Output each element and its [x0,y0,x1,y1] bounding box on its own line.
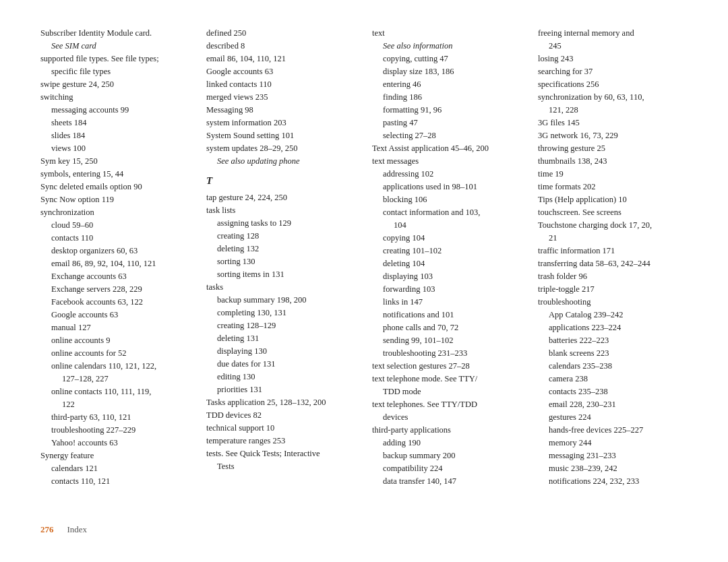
index-entry: third-party 63, 110, 121 [40,411,190,424]
index-entry: views 100 [40,142,190,155]
index-entry: messaging accounts 99 [40,104,190,117]
index-entry: displaying 130 [206,345,356,358]
index-entry: backup summary 198, 200 [206,294,356,307]
index-entry: trash folder 96 [538,270,688,283]
index-entry: text messages [372,155,522,168]
index-entry: sending 99, 101–102 [372,334,522,347]
index-entry: traffic information 171 [538,245,688,257]
index-entry: displaying 103 [372,270,522,283]
index-entry: task lists [206,204,356,217]
index-entry: email 86, 89, 92, 104, 110, 121 [40,257,190,270]
index-entry: temperature ranges 253 [206,435,356,447]
index-entry: third-party applications [372,424,522,437]
index-entry: text selection gestures 27–28 [372,360,522,373]
index-entry: blank screens 223 [538,347,688,360]
index-entry: online accounts 9 [40,334,190,347]
index-entry: creating 101–102 [372,245,522,257]
index-entry: System Sound setting 101 [206,129,356,142]
index-entry: Facebook accounts 63, 122 [40,296,190,309]
index-entry: selecting 27–28 [372,129,522,142]
index-entry: applications used in 98–101 [372,181,522,193]
index-entry: merged views 235 [206,91,356,104]
index-entry: calendars 235–238 [538,360,688,373]
index-entry: T [206,173,356,189]
index-entry: synchronization by 60, 63, 110, [538,91,688,104]
index-entry: compatibility 224 [372,462,522,475]
index-entry: copying, cutting 47 [372,53,522,65]
index-entry: symbols, entering 15, 44 [40,168,190,181]
index-entry: sorting 130 [206,255,356,268]
index-entry: triple-toggle 217 [538,283,688,296]
index-entry: described 8 [206,40,356,53]
index-entry: backup summary 200 [372,449,522,462]
index-entry: time formats 202 [538,181,688,193]
index-entry: contacts 235–238 [538,385,688,398]
index-entry: creating 128–129 [206,319,356,332]
index-entry: See also information [372,40,522,53]
index-columns: Subscriber Identity Module card.See SIM … [40,27,688,518]
index-entry: online calendars 110, 121, 122, [40,360,190,373]
index-entry: addressing 102 [372,168,522,181]
index-column-col3: textSee also informationcopying, cutting… [372,27,538,518]
index-entry: desktop organizers 60, 63 [40,245,190,257]
index-entry: 127–128, 227 [40,373,190,385]
index-entry: freeing internal memory and [538,27,688,40]
index-entry: sheets 184 [40,117,190,129]
index-entry: assigning tasks to 129 [206,217,356,230]
index-entry: formatting 91, 96 [372,104,522,117]
index-entry: 21 [538,232,688,245]
index-entry: tasks [206,281,356,294]
index-entry: editing 130 [206,371,356,383]
index-entry: manual 127 [40,321,190,334]
index-entry: adding 190 [372,437,522,449]
index-entry: memory 244 [538,437,688,449]
index-entry: troubleshooting 231–233 [372,347,522,360]
index-entry: camera 238 [538,373,688,385]
page-number: 276 [40,524,54,535]
index-entry: priorities 131 [206,383,356,396]
index-entry: text [372,27,522,40]
index-entry: batteries 222–223 [538,334,688,347]
index-entry: 3G files 145 [538,117,688,129]
index-column-col2: defined 250described 8email 86, 104, 110… [206,27,372,518]
index-entry: supported file types. See file types; [40,53,190,65]
index-entry: pasting 47 [372,117,522,129]
index-entry: tests. See Quick Tests; Interactive [206,447,356,460]
page: Subscriber Identity Module card.See SIM … [0,0,728,562]
index-entry: losing 243 [538,53,688,65]
index-entry: calendars 121 [40,462,190,475]
index-entry: deleting 131 [206,332,356,345]
index-entry: Tests [206,460,356,473]
index-entry: Synergy feature [40,449,190,462]
index-entry: deleting 104 [372,257,522,270]
index-entry: TDD mode [372,385,522,398]
index-entry: Exchange accounts 63 [40,270,190,283]
index-entry: specific file types [40,65,190,78]
index-entry: music 238–239, 242 [538,462,688,475]
index-entry: applications 223–224 [538,321,688,334]
footer-label: Index [67,524,88,535]
index-entry: messaging 231–233 [538,449,688,462]
index-entry: copying 104 [372,232,522,245]
index-entry: troubleshooting 227–229 [40,424,190,437]
index-entry: 104 [372,219,522,232]
index-entry: synchronization [40,206,190,219]
index-entry: system information 203 [206,117,356,129]
index-entry: links in 147 [372,296,522,309]
index-column-col1: Subscriber Identity Module card.See SIM … [40,27,206,518]
index-entry: gestures 224 [538,411,688,424]
index-entry: App Catalog 239–242 [538,309,688,321]
index-entry: Sync deleted emails option 90 [40,181,190,193]
index-entry: Messaging 98 [206,104,356,117]
index-entry: See SIM card [40,40,190,53]
index-entry: forwarding 103 [372,283,522,296]
index-entry: See also updating phone [206,155,356,168]
index-entry: contacts 110, 121 [40,475,190,488]
index-entry: text telephone mode. See TTY/ [372,373,522,385]
index-entry: phone calls and 70, 72 [372,321,522,334]
index-entry: Subscriber Identity Module card. [40,27,190,40]
index-entry: Tasks application 25, 128–132, 200 [206,396,356,409]
footer: 276 Index [40,518,688,535]
index-entry: Sym key 15, 250 [40,155,190,168]
index-entry: notifications and 101 [372,309,522,321]
